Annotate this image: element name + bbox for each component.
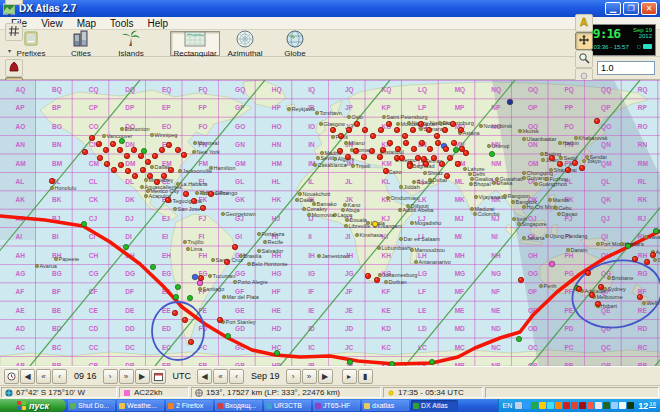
toolbar-globe-button[interactable]: Globe [270,31,320,56]
dx-spot-pin[interactable] [435,140,440,145]
dx-spot-pin[interactable] [421,156,426,161]
green-marker[interactable] [123,244,128,249]
dx-spot-pin[interactable] [224,259,229,264]
tray-icon-12[interactable] [603,402,610,409]
dx-spot-pin[interactable] [403,140,408,145]
dx-spot-pin[interactable] [89,135,94,140]
toolbar-islands-button[interactable]: Islands [106,31,156,56]
calendar-icon-button[interactable] [151,369,166,384]
dx-spot-pin[interactable] [572,160,577,165]
dx-spot-pin[interactable] [140,167,145,172]
time-forward-0[interactable]: › [103,369,118,384]
dx-spot-pin[interactable] [361,154,366,159]
dx-spot-pin[interactable] [166,142,171,147]
dx-spot-pin[interactable] [589,292,594,297]
pink-marker[interactable] [197,280,203,286]
date-back-0[interactable]: ◀ [197,369,212,384]
blue-marker[interactable] [507,99,513,105]
dx-spot-pin[interactable] [124,153,129,158]
dx-spot-pin[interactable] [181,152,186,157]
dx-spot-pin[interactable] [198,275,203,280]
tray-icon-14[interactable] [619,402,626,409]
task--ходящ-[interactable]: Входящ... [215,400,262,411]
dx-spot-pin[interactable] [49,178,54,183]
dx-spot-pin[interactable] [650,252,655,257]
dx-spot-pin[interactable] [191,198,196,203]
green-marker[interactable] [274,350,279,355]
green-marker[interactable] [429,359,434,364]
dx-spot-pin[interactable] [455,161,460,166]
task-2-firefox[interactable]: 2 Firefox [166,400,213,411]
green-marker[interactable] [453,147,458,152]
dx-spot-pin[interactable] [579,165,584,170]
dx-spot-pin[interactable] [138,153,143,158]
dx-spot-pin[interactable] [426,127,431,132]
dx-spot-pin[interactable] [330,127,335,132]
dx-spot-pin[interactable] [365,273,370,278]
dx-spot-pin[interactable] [200,205,205,210]
dx-spot-pin[interactable] [447,155,452,160]
title-bar[interactable]: DX Atlas 2.7 ▁ ❐ ✕ [0,0,660,17]
dx-spot-pin[interactable] [444,173,449,178]
dx-spot-pin[interactable] [451,140,456,145]
dx-spot-pin[interactable] [370,133,375,138]
green-marker[interactable] [347,359,352,364]
dx-spot-pin[interactable] [154,179,159,184]
dx-spot-pin[interactable] [104,161,109,166]
tray-icon-15[interactable] [627,402,634,409]
pan-tool-button[interactable] [575,32,593,50]
dx-spot-pin[interactable] [458,127,463,132]
grid-toggle-dropdown[interactable]: ▾ [5,41,14,59]
dx-spot-pin[interactable] [644,259,649,264]
dx-spot-pin[interactable] [386,121,391,126]
dx-spot-pin[interactable] [118,162,123,167]
animate-1[interactable]: ▮ [358,369,373,384]
grid-toggle-button[interactable] [5,23,23,41]
dx-spot-pin[interactable] [182,317,187,322]
time-back-2[interactable]: ‹ [52,369,67,384]
dx-spot-pin[interactable] [188,339,193,344]
dx-spot-pin[interactable] [565,167,570,172]
date-forward-0[interactable]: › [286,369,301,384]
dx-spot-pin[interactable] [232,244,237,249]
date-back-2[interactable]: ‹ [229,369,244,384]
green-marker[interactable] [141,148,146,153]
dx-spot-pin[interactable] [111,167,116,172]
dx-spot-pin[interactable] [410,127,415,132]
aurora-toggle-button[interactable] [5,59,23,77]
dx-spot-pin[interactable] [576,286,581,291]
tray-icon-10[interactable] [587,402,594,409]
dx-spot-pin[interactable] [402,133,407,138]
tray-icon-9[interactable] [579,402,586,409]
zoom-level-input[interactable] [597,61,655,75]
tray-icon-8[interactable] [571,402,578,409]
green-marker[interactable] [81,221,86,226]
dx-spot-pin[interactable] [383,168,388,173]
task-dxatlas[interactable]: dxatlas [362,400,409,411]
dx-spot-pin[interactable] [443,146,448,151]
green-marker[interactable] [175,284,180,289]
date-forward-1[interactable]: » [302,369,317,384]
dx-spot-pin[interactable] [595,301,600,306]
dx-spot-pin[interactable] [387,140,392,145]
dx-spot-pin[interactable] [147,173,152,178]
language-indicator[interactable]: EN [503,402,513,409]
dx-spot-pin[interactable] [374,277,379,282]
dx-spot-pin[interactable] [423,161,428,166]
dx-spot-pin[interactable] [82,149,87,154]
tray-icon-5[interactable] [547,402,554,409]
tray-icon-7[interactable] [563,402,570,409]
dx-spot-pin[interactable] [117,147,122,152]
animate-0[interactable]: ▸ [342,369,357,384]
dx-spot-pin[interactable] [145,159,150,164]
dx-spot-pin[interactable] [165,197,170,202]
dx-spot-pin[interactable] [411,146,416,151]
green-marker[interactable] [150,264,155,269]
dx-spot-pin[interactable] [97,155,102,160]
tray-icon-1[interactable] [515,402,522,409]
tray-icon-2[interactable] [523,402,530,409]
green-marker[interactable] [489,151,494,156]
green-marker[interactable] [653,228,658,233]
dx-spot-pin[interactable] [394,127,399,132]
zoom-select-button[interactable] [575,50,593,68]
